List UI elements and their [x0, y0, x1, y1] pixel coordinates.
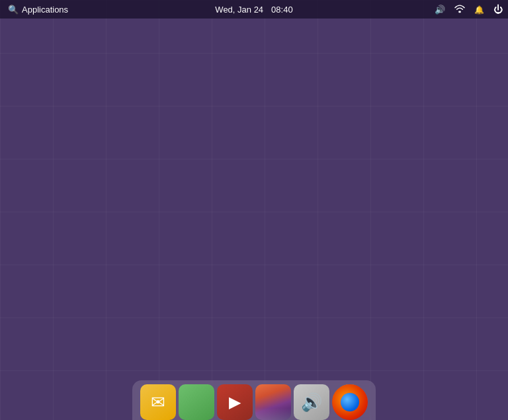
panel-right — [435, 4, 503, 15]
sound-icon: 🔊 — [301, 392, 322, 413]
panel-center: Wed, Jan 24 08:40 — [215, 5, 292, 15]
svg-rect-0 — [458, 11, 461, 13]
applications-menu-button[interactable]: 🔍 Applications — [5, 3, 71, 16]
notifications-icon[interactable] — [474, 4, 484, 15]
dock-item-spreadsheet[interactable] — [179, 384, 214, 420]
search-icon: 🔍 — [8, 5, 19, 15]
dock: 🔊 — [132, 380, 376, 420]
panel-left: 🔍 Applications — [5, 3, 71, 16]
time-display: 08:40 — [271, 5, 293, 15]
dock-item-image-viewer[interactable] — [255, 384, 291, 420]
network-icon[interactable] — [454, 4, 465, 15]
volume-icon[interactable] — [435, 4, 445, 15]
dock-item-firefox[interactable] — [332, 384, 368, 420]
top-panel: 🔍 Applications Wed, Jan 24 08:40 — [0, 0, 508, 19]
dock-item-sound[interactable]: 🔊 — [294, 384, 329, 420]
applications-label: Applications — [22, 5, 68, 15]
desktop: 🔍 Applications Wed, Jan 24 08:40 — [0, 0, 508, 420]
dock-item-mail[interactable] — [140, 384, 176, 420]
date-display: Wed, Jan 24 — [215, 5, 263, 15]
power-icon[interactable] — [493, 4, 503, 15]
dock-item-media-player[interactable] — [217, 384, 253, 420]
